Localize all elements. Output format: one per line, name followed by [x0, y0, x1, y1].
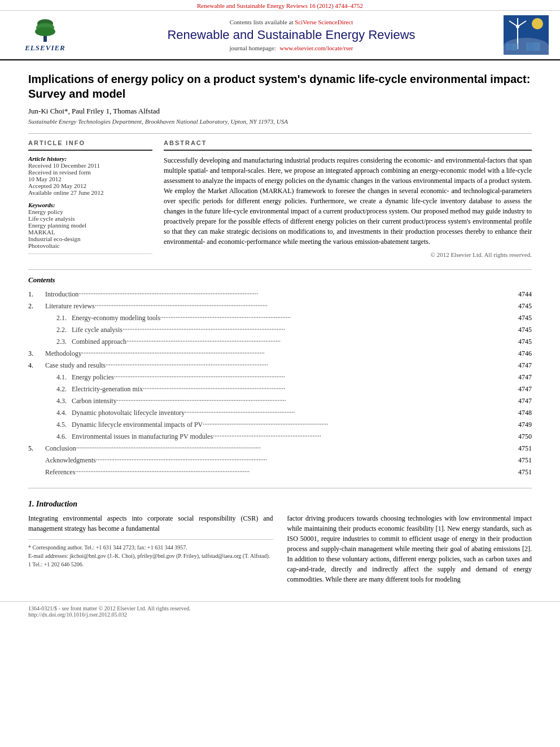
- author-names: Jun-Ki Choi*, Paul Friley 1, Thomas Alfs…: [28, 107, 160, 115]
- homepage-url[interactable]: www.elsevier.com/locate/rser: [279, 45, 353, 51]
- introduction-section: 1. Introduction Integrating environmenta…: [28, 500, 532, 584]
- intro-left-para: Integrating environmental aspects into c…: [28, 513, 273, 534]
- abstract-text: Successfully developing and manufacturin…: [164, 155, 532, 247]
- article-history: Article history: Received 10 December 20…: [28, 155, 152, 196]
- toc-item-4-5: 4.5. Dynamic lifecycle environmental imp…: [28, 418, 532, 429]
- toc-item-3: 3. Methodology..........................…: [28, 347, 532, 358]
- journal-citation-bar: Renewable and Sustainable Energy Reviews…: [0, 0, 560, 11]
- svg-point-3: [35, 27, 55, 36]
- toc-item-4: 4. Case study and results...............…: [28, 359, 532, 370]
- toc-page-3: 4746: [509, 350, 532, 358]
- bottom-bar: 1364-0321/$ - see front matter © 2012 El…: [0, 601, 560, 621]
- article-info-col: ARTICLE INFO Article history: Received 1…: [28, 139, 152, 258]
- toc-item-4-1: 4.1. Energy policies....................…: [28, 371, 532, 382]
- contents-title: Contents: [28, 276, 532, 285]
- toc-num-1: 1.: [28, 290, 45, 299]
- toc-label-4-2: 4.2. Electricity-generation mix.........…: [56, 383, 509, 394]
- svg-rect-14: [528, 42, 533, 51]
- toc-divider: [28, 488, 532, 488]
- toc-item-4-2: 4.2. Electricity-generation mix.........…: [28, 383, 532, 394]
- article-info-box: Article history: Received 10 December 20…: [28, 150, 152, 254]
- affiliation-line: Sustainable Energy Technologies Departme…: [28, 118, 532, 125]
- toc-label-4-3: 4.3. Carbon intensity...................…: [56, 395, 509, 405]
- article-info-abstract: ARTICLE INFO Article history: Received 1…: [28, 139, 532, 258]
- journal-title-block: Contents lists available at SciVerse Sci…: [79, 19, 504, 51]
- journal-main-title: Renewable and Sustainable Energy Reviews: [85, 28, 498, 42]
- footnote-email: E-mail addresses: jkchoi@bnl.gov (J.-K. …: [28, 552, 273, 560]
- toc-label-2-2: 2.2. Life cycle analysis................…: [56, 324, 509, 334]
- footnote-corresponding: * Corresponding author. Tel.: +1 631 344…: [28, 543, 273, 552]
- toc-page-4-6: 4750: [509, 433, 532, 441]
- keyword-energy-planning: Energy planning model: [28, 222, 152, 229]
- toc-page-4: 4747: [509, 361, 532, 370]
- intro-two-col: Integrating environmental aspects into c…: [28, 513, 532, 584]
- toc-label-4-6: 4.6. Environmental issues in manufacturi…: [56, 430, 509, 441]
- toc-label-1: Introduction............................…: [45, 288, 509, 299]
- abstract-col: ABSTRACT Successfully developing and man…: [164, 139, 532, 258]
- toc-item-2-1: 2.1. Energy-economy modeling tools......…: [28, 312, 532, 322]
- toc-page-4-3: 4747: [509, 397, 532, 405]
- toc-label-5: Conclusion..............................…: [45, 442, 509, 453]
- toc-label-4: Case study and results..................…: [45, 359, 509, 370]
- toc-item-ref: References..............................…: [28, 466, 532, 477]
- keywords-label: Keywords:: [28, 202, 152, 208]
- toc-item-2: 2. Literature reviews...................…: [28, 300, 532, 311]
- toc-num-2: 2.: [28, 302, 45, 311]
- available-date: Available online 27 June 2012: [28, 189, 152, 196]
- toc-page-5: 4751: [509, 444, 532, 453]
- journal-citation: Renewable and Sustainable Energy Reviews…: [197, 2, 363, 9]
- svg-point-5: [532, 18, 543, 29]
- introduction-heading: 1. Introduction: [28, 500, 532, 509]
- issn-line: 1364-0321/$ - see front matter © 2012 El…: [28, 605, 191, 611]
- toc-item-4-6: 4.6. Environmental issues in manufacturi…: [28, 430, 532, 441]
- keyword-energy-policy: Energy policy: [28, 208, 152, 215]
- toc-label-2: Literature reviews......................…: [45, 300, 509, 311]
- toc-label-2-3: 2.3. Combined approach..................…: [56, 335, 509, 346]
- toc-page-4-1: 4747: [509, 373, 532, 382]
- keywords-section: Keywords: Energy policy Life cycle analy…: [28, 202, 152, 249]
- toc-page-ack: 4751: [509, 456, 532, 465]
- received-date: Received 10 December 2011: [28, 162, 152, 169]
- toc-page-2-3: 4745: [509, 338, 532, 346]
- toc-page-4-2: 4747: [509, 385, 532, 394]
- toc-num-5: 5.: [28, 444, 45, 453]
- footnote-area: * Corresponding author. Tel.: +1 631 344…: [28, 539, 273, 569]
- journal-thumbnail: [504, 15, 549, 55]
- toc-num-3: 3.: [28, 350, 45, 358]
- article-info-label: ARTICLE INFO: [28, 139, 152, 146]
- keyword-lca: Life cycle analysis: [28, 215, 152, 222]
- authors-line: Jun-Ki Choi*, Paul Friley 1, Thomas Alfs…: [28, 107, 532, 116]
- elsevier-tree-icon: [28, 18, 62, 43]
- toc-label-2-1: 2.1. Energy-economy modeling tools......…: [56, 312, 509, 322]
- sciverse-link[interactable]: SciVerse ScienceDirect: [295, 19, 353, 25]
- intro-right-para: factor driving producers towards choosin…: [287, 513, 532, 584]
- toc-page-ref: 4751: [509, 468, 532, 477]
- toc-item-2-3: 2.3. Combined approach..................…: [28, 335, 532, 346]
- toc-page-1: 4744: [509, 290, 532, 299]
- keyword-photovoltaic: Photovoltaic: [28, 242, 152, 249]
- svg-rect-13: [526, 42, 540, 51]
- footnote-tel1: 1 Tel.: +1 202 646 5206.: [28, 560, 273, 569]
- toc-item-4-4: 4.4. Dynamic photovoltaic lifecycle inve…: [28, 407, 532, 417]
- contents-available-text: Contents lists available at: [230, 19, 295, 25]
- sciverse-line: Contents lists available at SciVerse Sci…: [85, 19, 498, 25]
- doi-line: http://dx.doi.org/10.1016/j.rser.2012.05…: [28, 611, 127, 618]
- abstract-border: Successfully developing and manufacturin…: [164, 150, 532, 258]
- thumbnail-image: [504, 15, 549, 55]
- toc-table: 1. Introduction.........................…: [28, 288, 532, 477]
- abstract-label: ABSTRACT: [164, 139, 532, 146]
- toc-page-4-4: 4748: [509, 409, 532, 417]
- elsevier-brand-text: ELSEVIER: [25, 43, 65, 53]
- elsevier-logo: ELSEVIER: [11, 15, 79, 55]
- toc-page-2-2: 4745: [509, 326, 532, 334]
- intro-left-col: Integrating environmental aspects into c…: [28, 513, 273, 584]
- toc-item-4-3: 4.3. Carbon intensity...................…: [28, 395, 532, 405]
- toc-label-ack: Acknowledgments.........................…: [45, 454, 509, 465]
- intro-right-col: factor driving producers towards choosin…: [287, 513, 532, 584]
- toc-label-4-4: 4.4. Dynamic photovoltaic lifecycle inve…: [56, 407, 509, 417]
- svg-rect-12: [508, 43, 512, 50]
- received-revised-date: 10 May 2012: [28, 176, 152, 182]
- toc-label-ref: References..............................…: [45, 466, 509, 477]
- main-content: Implications of energy policy on a produ…: [0, 60, 560, 596]
- keyword-markal: MARKAL: [28, 229, 152, 235]
